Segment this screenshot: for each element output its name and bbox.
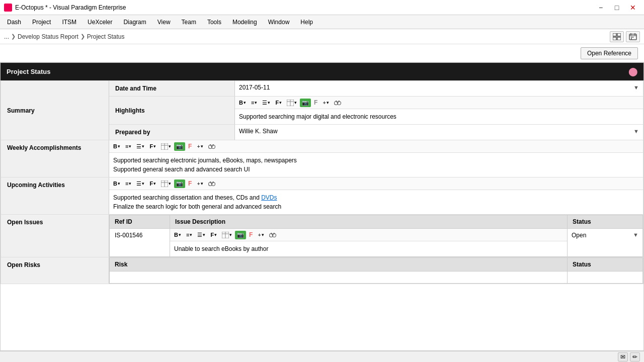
svg-rect-40 — [272, 234, 273, 235]
issue-link-btn[interactable]: F — [247, 230, 255, 239]
open-risks-header-row: Risk Status — [110, 258, 643, 272]
svg-rect-26 — [212, 144, 214, 146]
calendar-icon — [629, 33, 637, 40]
menu-project[interactable]: Project — [27, 17, 56, 28]
upcoming-text[interactable]: Supported searching dissertation and the… — [109, 190, 643, 214]
minimize-button[interactable]: − — [594, 3, 608, 13]
menu-window[interactable]: Window — [263, 17, 295, 28]
menu-modeling[interactable]: Modeling — [227, 17, 262, 28]
bottom-bar: ✉ ✏ — [0, 351, 644, 362]
restore-button[interactable]: □ — [610, 3, 624, 13]
weekly-content-cell: B▾ ≡▾ ☰▾ F▾ ▾ 📷 F +▾ — [109, 140, 643, 177]
prepared-by-value-cell[interactable]: Willie K. Shaw ▼ — [235, 125, 643, 140]
weekly-align-btn[interactable]: ≡▾ — [123, 142, 133, 150]
menu-team[interactable]: Team — [177, 17, 201, 28]
window-controls[interactable]: − □ ✕ — [594, 3, 640, 13]
highlights-list-btn[interactable]: ☰▾ — [260, 99, 272, 107]
datetime-value-cell[interactable]: 2017-05-11 ▼ — [235, 81, 643, 97]
menu-itsm[interactable]: ITSM — [57, 17, 82, 28]
issue-font-btn[interactable]: F▾ — [208, 231, 219, 239]
upcoming-bold-btn[interactable]: B▾ — [111, 179, 122, 188]
breadcrumb-develop-status[interactable]: Develop Status Report — [18, 33, 78, 40]
weekly-list-btn[interactable]: ☰▾ — [134, 142, 146, 151]
mail-icon-btn[interactable]: ✉ — [618, 352, 628, 361]
menu-diagram[interactable]: Diagram — [118, 17, 151, 28]
breadcrumb-bar: ... ❯ Develop Status Report ❯ Project St… — [0, 29, 644, 44]
upcoming-align-btn[interactable]: ≡▾ — [123, 179, 133, 188]
app-title: E-Octopus * - Visual Paradigm Enterprise — [15, 4, 126, 11]
highlights-table-btn[interactable]: ▾ — [285, 99, 299, 107]
dvds-link[interactable]: DVDs — [261, 194, 277, 201]
breadcrumb-sep-1: ❯ — [11, 33, 16, 40]
highlights-binoculars-btn[interactable] — [332, 99, 343, 107]
upcoming-list-btn[interactable]: ☰▾ — [134, 179, 146, 188]
highlights-img-btn[interactable]: 📷 — [300, 99, 311, 107]
svg-rect-0 — [613, 33, 616, 36]
issue-img-btn[interactable]: 📷 — [235, 231, 246, 239]
svg-rect-3 — [617, 37, 621, 40]
issue-bold-btn[interactable]: B▾ — [172, 231, 183, 239]
weekly-binoculars-btn[interactable] — [206, 142, 217, 150]
main-wrapper: Project Status ⬤ Summary Date and Time 2… — [0, 62, 644, 351]
menu-help[interactable]: Help — [295, 17, 318, 28]
highlights-add-btn[interactable]: +▾ — [320, 99, 331, 107]
weekly-img-btn[interactable]: 📷 — [174, 142, 185, 151]
prepared-by-value: Willie K. Shaw — [239, 128, 278, 135]
issue-align-btn[interactable]: ≡▾ — [184, 231, 194, 239]
datetime-dropdown-arrow[interactable]: ▼ — [633, 84, 639, 90]
issue-add-btn[interactable]: +▾ — [256, 231, 266, 239]
open-reference-button[interactable]: Open Reference — [581, 47, 638, 59]
upcoming-link-btn[interactable]: F — [186, 179, 194, 188]
close-button[interactable]: ✕ — [626, 3, 640, 13]
weekly-bold-btn[interactable]: B▾ — [111, 142, 122, 150]
highlights-font-btn[interactable]: F▾ — [273, 99, 284, 107]
risk-empty-row — [110, 272, 643, 284]
highlights-text[interactable]: Supported searching major digital and el… — [235, 109, 643, 124]
weekly-add-btn[interactable]: +▾ — [195, 142, 205, 150]
menu-view[interactable]: View — [152, 17, 176, 28]
breadcrumb-project-status[interactable]: Project Status — [87, 33, 125, 40]
weekly-font-btn[interactable]: F▾ — [147, 142, 158, 150]
risk-status-empty-cell — [568, 272, 643, 284]
issue-description-text[interactable]: Unable to search eBooks by author — [170, 241, 567, 256]
upcoming-table-btn[interactable]: ▾ — [159, 179, 173, 188]
layout-icon-btn[interactable] — [610, 31, 624, 42]
risk-header: Risk — [110, 258, 568, 272]
svg-rect-8 — [631, 37, 632, 38]
issue-binoculars-btn[interactable] — [267, 231, 278, 239]
open-issues-label: Open Issues — [1, 215, 109, 257]
layout-icon — [613, 33, 621, 40]
svg-rect-1 — [617, 33, 621, 36]
menu-tools[interactable]: Tools — [202, 17, 226, 28]
highlights-link-btn[interactable]: F — [312, 98, 319, 107]
edit-icon-btn[interactable]: ✏ — [630, 352, 640, 361]
weekly-table-btn[interactable]: ▾ — [159, 142, 173, 151]
issue-table-btn[interactable]: ▾ — [220, 231, 234, 239]
svg-rect-10 — [631, 38, 632, 39]
upcoming-label: Upcoming Activities — [1, 177, 109, 215]
weekly-link-btn[interactable]: F — [186, 142, 194, 151]
highlights-bold-btn[interactable]: B▾ — [237, 99, 248, 107]
breadcrumb-more[interactable]: ... — [4, 33, 9, 40]
calendar-icon-btn[interactable] — [626, 31, 640, 42]
main-content: Project Status ⬤ Summary Date and Time 2… — [0, 62, 644, 351]
weekly-text[interactable]: Supported searching electronic journals,… — [109, 153, 643, 177]
menu-dash[interactable]: Dash — [2, 17, 26, 28]
highlights-align-btn[interactable]: ≡▾ — [249, 99, 259, 107]
issue-toolbar: B▾ ≡▾ ☰▾ F▾ — [170, 229, 567, 241]
svg-rect-32 — [211, 183, 212, 184]
datetime-label: Date and Time — [109, 81, 235, 97]
issue-status-cell[interactable]: Open ▼ — [568, 229, 643, 257]
issue-status-dropdown[interactable]: ▼ — [633, 232, 638, 238]
prepared-by-dropdown-arrow[interactable]: ▼ — [633, 128, 639, 134]
weekly-label: Weekly Accomplishments — [1, 140, 109, 177]
upcoming-binoculars-btn[interactable] — [206, 179, 217, 188]
upcoming-img-btn[interactable]: 📷 — [174, 179, 185, 188]
highlights-toolbar: B▾ ≡▾ ☰▾ F▾ ▾ 📷 F +▾ — [235, 97, 643, 109]
upcoming-font-btn[interactable]: F▾ — [147, 179, 158, 188]
open-risks-table: Risk Status — [109, 257, 643, 284]
menu-uexceler[interactable]: UeXceler — [83, 17, 117, 28]
upcoming-add-btn[interactable]: +▾ — [195, 179, 205, 188]
svg-rect-33 — [210, 182, 211, 183]
issue-list-btn[interactable]: ☰▾ — [195, 231, 207, 239]
